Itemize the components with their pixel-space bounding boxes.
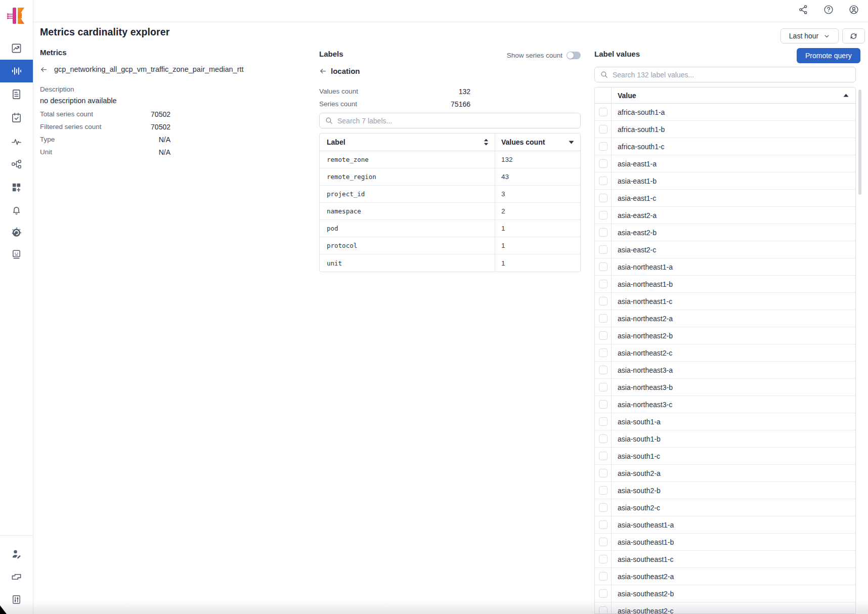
table-row[interactable]: asia-southeast2-b [595,585,855,602]
table-row[interactable]: asia-south1-c [595,448,855,465]
table-row[interactable]: asia-south2-a [595,465,855,482]
value-checkbox[interactable] [599,452,607,460]
table-row[interactable]: asia-northeast1-b [595,276,855,293]
value-checkbox[interactable] [599,280,607,288]
value-checkbox[interactable] [599,434,607,443]
table-row[interactable]: asia-south2-c [595,499,855,516]
value-checkbox[interactable] [599,606,607,614]
value-column-header[interactable]: Value [611,87,855,103]
table-row[interactable]: remote_zone 132 [320,151,580,168]
label-value: africa-south1-a [611,104,855,120]
value-checkbox[interactable] [599,417,607,426]
show-series-count-toggle[interactable] [567,52,581,59]
time-range-dropdown[interactable]: Last hour [780,28,839,43]
table-row[interactable]: asia-northeast2-a [595,310,855,327]
back-arrow-icon[interactable] [40,66,48,73]
table-row[interactable]: asia-northeast1-a [595,258,855,276]
table-row[interactable]: asia-southeast1-c [595,551,855,568]
value-checkbox[interactable] [599,297,607,305]
table-row[interactable]: asia-northeast2-c [595,344,855,362]
table-row[interactable]: asia-east2-b [595,224,855,241]
table-row[interactable]: africa-south1-a [595,104,855,121]
value-checkbox[interactable] [599,572,607,581]
value-checkbox[interactable] [599,331,607,340]
person-edit-icon[interactable] [0,543,33,565]
table-row[interactable]: remote_region 43 [320,168,580,186]
value-checkbox[interactable] [599,520,607,529]
value-checkbox[interactable] [599,538,607,546]
table-row[interactable]: asia-northeast3-b [595,379,855,396]
value-checkbox[interactable] [599,348,607,357]
promote-query-button[interactable]: Promote query [797,48,860,63]
value-checkbox[interactable] [599,194,607,202]
table-row[interactable]: asia-southeast1-b [595,534,855,551]
robot-icon[interactable] [0,243,33,266]
overlapping-windows-icon[interactable] [0,565,33,588]
value-checkbox[interactable] [599,503,607,512]
table-row[interactable]: asia-northeast2-b [595,327,855,344]
value-checkbox[interactable] [599,555,607,563]
value-checkbox[interactable] [599,314,607,323]
kloudfuse-logo[interactable] [7,6,28,25]
value-checkbox[interactable] [599,177,607,185]
back-arrow-icon[interactable] [319,67,327,75]
value-checkbox[interactable] [599,469,607,477]
values-count-column-header[interactable]: Values count [495,134,580,151]
label-values-search-input[interactable] [613,71,850,79]
table-row[interactable]: unit 1 [320,254,580,272]
table-row[interactable]: asia-east1-a [595,155,855,172]
label-values-search[interactable] [594,67,856,82]
table-row[interactable]: asia-northeast1-c [595,293,855,310]
table-row[interactable]: asia-south1-b [595,430,855,448]
document-icon[interactable] [0,83,33,106]
table-row[interactable]: asia-northeast3-a [595,362,855,379]
value-checkbox[interactable] [599,589,607,598]
table-row[interactable]: asia-south2-b [595,482,855,499]
table-row[interactable]: asia-east1-c [595,190,855,207]
table-row[interactable]: protocol 1 [320,237,580,254]
table-row[interactable]: asia-east2-c [595,241,855,258]
table-row[interactable]: project_id 3 [320,186,580,203]
value-checkbox[interactable] [599,159,607,168]
value-checkbox[interactable] [599,142,607,151]
bell-icon[interactable] [0,199,33,222]
value-checkbox[interactable] [599,108,607,116]
help-icon[interactable] [823,4,834,15]
value-checkbox[interactable] [599,211,607,220]
table-row[interactable]: asia-east1-b [595,172,855,190]
value-checkbox[interactable] [599,245,607,254]
value-checkbox[interactable] [599,228,607,237]
grid-plus-icon[interactable] [0,176,33,199]
value-checkbox[interactable] [599,400,607,409]
table-row[interactable]: asia-northeast3-c [595,396,855,413]
sliders-icon[interactable] [0,588,33,611]
table-row[interactable]: asia-southeast1-a [595,516,855,534]
checkbox-cell [595,327,611,344]
value-checkbox[interactable] [599,262,607,271]
share-icon[interactable] [798,4,809,15]
table-row[interactable]: namespace 2 [320,203,580,220]
chart-explore-icon[interactable] [0,37,33,60]
value-checkbox[interactable] [599,486,607,495]
label-column-header[interactable]: Label [320,138,495,146]
value-checkbox[interactable] [599,366,607,374]
topology-icon[interactable] [0,153,33,176]
grafana-icon[interactable] [0,221,33,244]
labels-search[interactable] [319,113,581,128]
table-row[interactable]: africa-south1-c [595,138,855,155]
table-row[interactable]: asia-south1-a [595,413,855,430]
pulse-icon[interactable] [0,130,33,153]
labels-search-input[interactable] [337,117,575,125]
table-row[interactable]: asia-southeast2-c [595,602,855,614]
value-checkbox[interactable] [599,383,607,391]
cardinality-bars-icon[interactable] [0,60,33,82]
scrollbar-thumb[interactable] [858,90,861,195]
table-row[interactable]: pod 1 [320,220,580,237]
value-checkbox[interactable] [599,125,607,134]
refresh-button[interactable] [842,28,865,43]
user-account-icon[interactable] [848,4,859,15]
calendar-check-icon[interactable] [0,106,33,129]
table-row[interactable]: africa-south1-b [595,121,855,138]
table-row[interactable]: asia-southeast2-a [595,568,855,585]
table-row[interactable]: asia-east2-a [595,207,855,224]
